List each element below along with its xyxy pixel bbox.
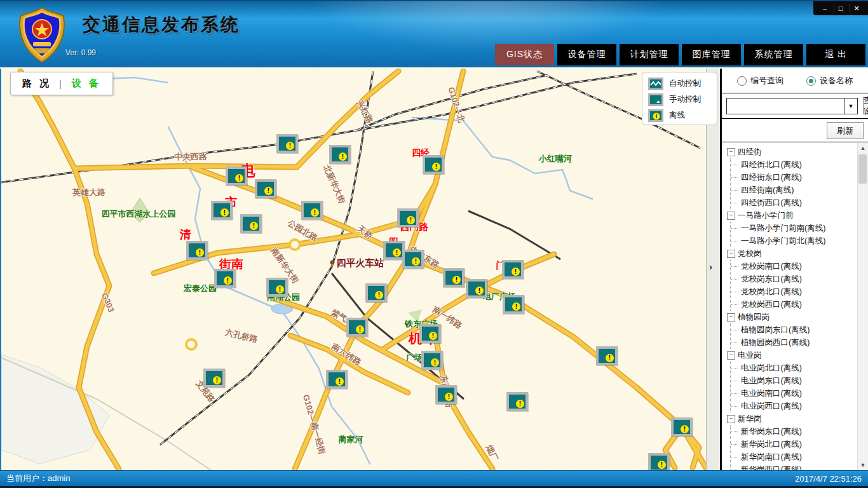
device-marker-20[interactable]: ! bbox=[419, 324, 441, 343]
device-marker-18[interactable]: ! bbox=[503, 295, 524, 314]
device-marker-0[interactable]: ! bbox=[276, 134, 298, 153]
maximize-button[interactable]: □ bbox=[834, 3, 847, 13]
nav-button-3[interactable]: 图库管理 bbox=[682, 44, 741, 65]
tree-group-label: 四经街 bbox=[738, 147, 762, 158]
tree-device-item[interactable]: 新华岗北口(离线) bbox=[731, 438, 858, 451]
scroll-up-arrow[interactable]: ▲ bbox=[858, 143, 868, 153]
radio-number-icon[interactable] bbox=[737, 76, 747, 86]
radio-search-by-number[interactable]: 编号查询 bbox=[737, 75, 783, 86]
tree-device-item[interactable]: 新华岗东口(离线) bbox=[731, 425, 858, 438]
tree-device-item[interactable]: 电业岗西口(离线) bbox=[731, 400, 858, 412]
close-button[interactable]: ✕ bbox=[850, 3, 863, 13]
device-marker-5[interactable]: ! bbox=[211, 201, 233, 220]
device-marker-2[interactable]: ! bbox=[423, 155, 444, 174]
tree-group-0[interactable]: −四经街 bbox=[727, 146, 858, 158]
tree-device-item[interactable]: 新华岗南口(离线) bbox=[731, 451, 858, 463]
device-marker-26[interactable]: ! bbox=[596, 346, 618, 365]
collapse-box-icon[interactable]: − bbox=[727, 313, 735, 322]
tree-device-item[interactable]: 党校岗西口(离线) bbox=[731, 298, 858, 311]
device-sidebar: 编号查询 设备名称 ▼ 查询 刷新 −四经街四经街北口(离线)四经街东口(离线)… bbox=[720, 69, 868, 470]
device-marker-6[interactable]: ! bbox=[301, 201, 323, 220]
tree-scrollbar[interactable]: ▲ ▼ bbox=[857, 143, 868, 470]
tree-device-label: 电业岗西口(离线) bbox=[741, 401, 802, 412]
nav-button-1[interactable]: 设备管理 bbox=[557, 44, 616, 65]
chevron-right-icon[interactable]: › bbox=[709, 261, 712, 272]
refresh-button[interactable]: 刷新 bbox=[827, 122, 864, 139]
gis-map[interactable]: 中央西路英雄大路兴红路G102—北北新华大街公园北路天桥南新华大街中央东路南一纬… bbox=[0, 69, 720, 470]
tree-device-item[interactable]: 党校岗南口(离线) bbox=[731, 260, 858, 273]
device-marker-17[interactable]: ! bbox=[502, 260, 524, 279]
scroll-down-arrow[interactable]: ▼ bbox=[858, 460, 868, 470]
road-label: 中央西路 bbox=[174, 151, 207, 163]
device-combo-input[interactable] bbox=[727, 98, 844, 114]
tree-device-item[interactable]: 四经街北口(离线) bbox=[731, 158, 858, 171]
device-marker-7[interactable]: ! bbox=[240, 214, 262, 233]
device-marker-15[interactable]: ! bbox=[443, 268, 465, 287]
tree-group-2[interactable]: −党校岗 bbox=[727, 247, 858, 260]
scroll-thumb[interactable] bbox=[858, 154, 867, 184]
device-marker-27[interactable]: ! bbox=[671, 417, 693, 437]
auto-line-icon bbox=[648, 78, 663, 90]
tree-device-item[interactable]: 植物园岗东口(离线) bbox=[731, 323, 858, 336]
minimize-button[interactable]: – bbox=[818, 3, 831, 13]
tree-device-item[interactable]: 植物园岗西口(离线) bbox=[731, 336, 858, 349]
device-marker-23[interactable]: ! bbox=[435, 385, 457, 404]
app-header: 交通信息发布系统 Ver: 0.99 – □ ✕ GIS状态设备管理计划管理图库… bbox=[0, 0, 868, 67]
nav-button-2[interactable]: 计划管理 bbox=[620, 44, 679, 65]
device-marker-28[interactable]: ! bbox=[648, 453, 670, 470]
device-marker-14[interactable]: ! bbox=[397, 208, 419, 227]
device-combobox[interactable]: ▼ bbox=[726, 98, 858, 114]
device-marker-4[interactable]: ! bbox=[255, 179, 276, 198]
tree-device-item[interactable]: 一马路小学门前南(离线) bbox=[731, 222, 858, 234]
collapse-box-icon[interactable]: − bbox=[727, 148, 735, 156]
device-marker-10[interactable]: ! bbox=[266, 278, 288, 297]
nav-button-5[interactable]: 退 出 bbox=[806, 44, 865, 65]
tree-device-item[interactable]: 四经街东口(离线) bbox=[731, 171, 858, 184]
tree-group-1[interactable]: −一马路小学门前 bbox=[727, 209, 858, 222]
tree-connector bbox=[731, 266, 738, 267]
device-marker-22[interactable]: ! bbox=[326, 370, 348, 389]
device-marker-3[interactable]: ! bbox=[226, 166, 247, 186]
radio-name-icon[interactable] bbox=[806, 76, 816, 86]
road-condition-toggle[interactable]: 路 况 bbox=[22, 78, 51, 90]
combo-dropdown-button[interactable]: ▼ bbox=[844, 98, 857, 114]
device-toggle[interactable]: 设 备 bbox=[72, 78, 101, 90]
tree-device-item[interactable]: 一马路小学门前北(离线) bbox=[731, 234, 858, 247]
device-marker-24[interactable]: ! bbox=[506, 392, 528, 411]
tree-device-item[interactable]: 四经街西口(离线) bbox=[731, 196, 858, 209]
tree-device-item[interactable]: 电业岗东口(离线) bbox=[731, 374, 858, 387]
device-marker-21[interactable]: ! bbox=[421, 351, 443, 370]
tree-group-4[interactable]: −电业岗 bbox=[727, 349, 858, 362]
device-marker-12[interactable]: ! bbox=[383, 241, 405, 260]
nav-button-4[interactable]: 系统管理 bbox=[744, 44, 803, 65]
nav-button-0[interactable]: GIS状态 bbox=[495, 44, 554, 65]
manual-icon bbox=[648, 93, 663, 106]
tree-device-label: 四经街南(离线) bbox=[741, 185, 794, 196]
tree-group-label: 一马路小学门前 bbox=[738, 210, 794, 221]
tree-group-5[interactable]: −新华岗 bbox=[727, 412, 858, 425]
collapse-box-icon[interactable]: − bbox=[727, 212, 735, 220]
tree-device-item[interactable]: 新华岗西口(离线) bbox=[731, 463, 858, 470]
tree-device-item[interactable]: 党校岗北口(离线) bbox=[731, 285, 858, 298]
device-marker-1[interactable]: ! bbox=[329, 145, 351, 164]
query-button[interactable]: 查询 bbox=[863, 97, 868, 114]
offline-badge-icon: ! bbox=[412, 257, 420, 266]
collapse-box-icon[interactable]: − bbox=[727, 250, 735, 258]
device-marker-8[interactable]: ! bbox=[186, 241, 208, 260]
sidebar-collapse-strip[interactable]: › bbox=[706, 69, 720, 470]
device-marker-16[interactable]: ! bbox=[466, 279, 487, 298]
collapse-box-icon[interactable]: − bbox=[727, 415, 735, 423]
collapse-box-icon[interactable]: − bbox=[727, 351, 735, 360]
tree-device-item[interactable]: 电业岗北口(离线) bbox=[731, 362, 858, 374]
radio-search-by-name[interactable]: 设备名称 bbox=[806, 75, 853, 86]
tree-group-3[interactable]: −植物园岗 bbox=[727, 311, 858, 323]
tree-device-item[interactable]: 电业岗南口(离线) bbox=[731, 387, 858, 400]
tree-device-item[interactable]: 四经街南(离线) bbox=[731, 184, 858, 196]
tree-device-item[interactable]: 党校岗东口(离线) bbox=[731, 273, 858, 285]
device-marker-9[interactable]: ! bbox=[214, 269, 236, 288]
device-marker-19[interactable]: ! bbox=[346, 318, 368, 337]
device-marker-13[interactable]: ! bbox=[402, 250, 424, 269]
device-marker-11[interactable]: ! bbox=[365, 283, 387, 302]
offline-badge-icon: ! bbox=[445, 393, 453, 401]
device-marker-25[interactable]: ! bbox=[203, 369, 225, 388]
